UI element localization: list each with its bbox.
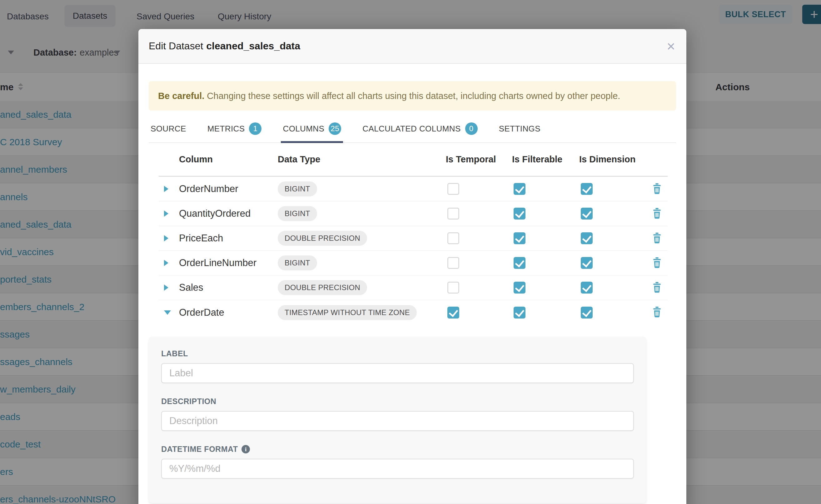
modal-title-dataset-name: cleaned_sales_data xyxy=(206,40,300,52)
tab-count-badge: 25 xyxy=(329,122,341,135)
is-filterable-header: Is Filterable xyxy=(510,154,577,165)
warning-banner: Be careful. Changing these settings will… xyxy=(149,81,676,111)
delete-column-button[interactable] xyxy=(646,282,668,294)
column-row: OrderNumber BIGINT xyxy=(159,177,668,201)
is-dimension-header: Is Dimension xyxy=(577,154,646,165)
is-temporal-checkbox[interactable] xyxy=(448,232,459,244)
trash-icon xyxy=(652,233,662,244)
tab-calculated-columns[interactable]: CALCULATED COLUMNS 0 xyxy=(360,116,479,143)
modal-title-prefix: Edit Dataset xyxy=(149,40,203,52)
trash-icon xyxy=(652,208,662,220)
column-name: OrderLineNumber xyxy=(176,257,275,269)
datetime-format-field: DATETIME FORMAT i xyxy=(161,445,634,479)
modal-tabs: SOURCE METRICS 1 COLUMNS 25 CALCULATED C… xyxy=(149,116,676,143)
datetime-format-label-text: DATETIME FORMAT xyxy=(161,445,238,454)
columns-table: Column Data Type Is Temporal Is Filterab… xyxy=(159,143,668,325)
column-name: Sales xyxy=(176,282,275,293)
column-row: Sales DOUBLE PRECISION xyxy=(159,275,668,300)
is-temporal-checkbox[interactable] xyxy=(448,208,459,220)
is-temporal-checkbox[interactable] xyxy=(448,307,459,319)
close-icon[interactable]: × xyxy=(667,39,675,53)
expand-caret-icon[interactable] xyxy=(164,210,168,217)
is-filterable-checkbox[interactable] xyxy=(514,282,526,294)
delete-column-button[interactable] xyxy=(646,307,668,318)
warning-text: Changing these settings will affect all … xyxy=(204,91,620,101)
delete-column-button[interactable] xyxy=(646,183,668,195)
tab-label: SOURCE xyxy=(151,124,186,134)
is-filterable-checkbox[interactable] xyxy=(514,208,526,220)
tab-count-badge: 0 xyxy=(465,122,478,135)
is-dimension-checkbox[interactable] xyxy=(581,257,593,269)
tab-source[interactable]: SOURCE xyxy=(149,116,188,143)
tab-count-badge: 1 xyxy=(249,122,261,135)
tab-label: METRICS xyxy=(207,124,245,134)
is-filterable-checkbox[interactable] xyxy=(514,232,526,244)
data-type-pill: BIGINT xyxy=(278,181,317,196)
description-field-label: DESCRIPTION xyxy=(161,397,634,406)
column-name: OrderNumber xyxy=(176,183,275,195)
modal-title: Edit Datasetcleaned_sales_data xyxy=(149,40,300,52)
info-icon[interactable]: i xyxy=(241,445,250,453)
modal-header: Edit Datasetcleaned_sales_data × xyxy=(138,29,686,64)
is-temporal-checkbox[interactable] xyxy=(448,257,459,269)
column-name: PriceEach xyxy=(176,233,275,244)
column-row: QuantityOrdered BIGINT xyxy=(159,201,668,226)
data-type-pill: TIMESTAMP WITHOUT TIME ZONE xyxy=(278,305,417,320)
delete-column-button[interactable] xyxy=(646,257,668,269)
is-filterable-checkbox[interactable] xyxy=(514,183,526,195)
data-type-pill: DOUBLE PRECISION xyxy=(278,231,367,246)
is-filterable-checkbox[interactable] xyxy=(514,307,526,319)
is-dimension-checkbox[interactable] xyxy=(581,307,593,319)
datasets-page: Databases Datasets Saved Queries Query H… xyxy=(0,0,821,504)
datetime-format-input[interactable] xyxy=(161,459,634,479)
tab-label: CALCULATED COLUMNS xyxy=(362,124,461,134)
data-type-header: Data Type xyxy=(275,154,443,165)
tab-settings[interactable]: SETTINGS xyxy=(497,116,542,143)
tab-metrics[interactable]: METRICS 1 xyxy=(205,116,264,143)
delete-column-button[interactable] xyxy=(646,208,668,220)
data-type-pill: BIGINT xyxy=(278,206,317,221)
description-input[interactable] xyxy=(161,411,634,431)
expand-caret-icon[interactable] xyxy=(164,186,168,192)
data-type-pill: DOUBLE PRECISION xyxy=(278,280,367,295)
column-header: Column xyxy=(176,154,275,165)
is-dimension-checkbox[interactable] xyxy=(581,208,593,220)
trash-icon xyxy=(652,282,662,294)
is-dimension-checkbox[interactable] xyxy=(581,232,593,244)
datetime-format-field-label: DATETIME FORMAT i xyxy=(161,445,634,454)
data-type-pill: BIGINT xyxy=(278,255,317,270)
warning-bold-text: Be careful. xyxy=(158,91,204,101)
column-row: PriceEach DOUBLE PRECISION xyxy=(159,226,668,251)
is-dimension-checkbox[interactable] xyxy=(581,183,593,195)
collapse-caret-icon[interactable] xyxy=(164,310,171,315)
is-temporal-checkbox[interactable] xyxy=(448,183,459,195)
delete-column-button[interactable] xyxy=(646,233,668,244)
column-name: OrderDate xyxy=(176,307,275,318)
label-input[interactable] xyxy=(161,363,634,383)
trash-icon xyxy=(652,307,662,318)
tab-label: SETTINGS xyxy=(499,124,541,134)
edit-dataset-modal: Edit Datasetcleaned_sales_data × Be care… xyxy=(138,29,686,504)
description-field: DESCRIPTION xyxy=(161,397,634,431)
is-dimension-checkbox[interactable] xyxy=(581,282,593,294)
trash-icon xyxy=(652,183,662,195)
trash-icon xyxy=(652,257,662,269)
is-temporal-checkbox[interactable] xyxy=(448,282,459,294)
label-field-label: LABEL xyxy=(161,349,634,358)
expand-caret-icon[interactable] xyxy=(164,235,168,241)
expand-caret-icon[interactable] xyxy=(164,284,168,291)
tab-label: COLUMNS xyxy=(283,124,324,134)
tab-columns[interactable]: COLUMNS 25 xyxy=(281,116,343,143)
label-field: LABEL xyxy=(161,349,634,383)
column-name: QuantityOrdered xyxy=(176,208,275,219)
column-row: OrderDate TIMESTAMP WITHOUT TIME ZONE xyxy=(159,300,668,325)
modal-body: Be careful. Changing these settings will… xyxy=(138,81,686,503)
column-detail-editor: LABEL DESCRIPTION DATETIME FORMAT i xyxy=(149,337,646,503)
expand-caret-icon[interactable] xyxy=(164,260,168,266)
is-temporal-header: Is Temporal xyxy=(443,154,510,165)
column-row: OrderLineNumber BIGINT xyxy=(159,251,668,275)
columns-table-header: Column Data Type Is Temporal Is Filterab… xyxy=(159,143,668,177)
is-filterable-checkbox[interactable] xyxy=(514,257,526,269)
